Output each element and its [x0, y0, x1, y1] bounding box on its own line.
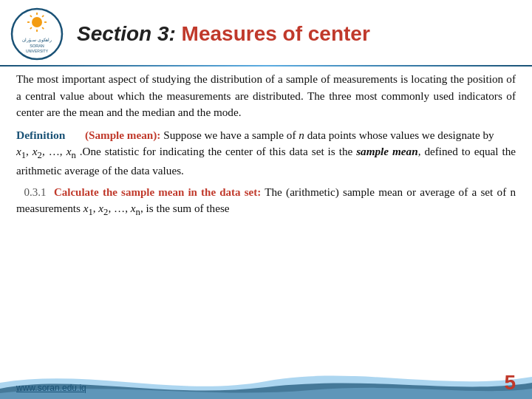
- footer: www.soran.edu.iq 5: [0, 361, 532, 399]
- example-paragraph: 0.3.1 Calculate the sample mean in the d…: [16, 184, 516, 219]
- page-title: Section 3: Measures of center: [77, 22, 370, 46]
- definition-text3: .One statistic for indicating the center…: [80, 145, 357, 157]
- main-content: The most important aspect of studying th…: [0, 69, 532, 219]
- header: راهکوی سـۆران SORAN UNIVERSITY Section 3…: [0, 0, 532, 65]
- definition-label: Definition: [16, 129, 65, 141]
- definition-text2: data points whose values we designate by: [307, 129, 494, 141]
- comma2: , …,: [42, 145, 66, 157]
- example-text2: is the sum of these: [146, 202, 229, 214]
- svg-text:راهکوی سـۆران: راهکوی سـۆران: [22, 38, 52, 43]
- ecomma3: ,: [140, 202, 143, 214]
- footer-link[interactable]: www.soran.edu.iq: [16, 383, 86, 393]
- intro-text: The most important aspect of studying th…: [16, 72, 516, 118]
- header-divider: [0, 65, 532, 66]
- ecomma2: , …,: [108, 202, 130, 214]
- sample-mean-label: (Sample mean):: [85, 129, 161, 141]
- svg-point-2: [32, 17, 42, 27]
- comma1: ,: [26, 145, 33, 157]
- definition-text1: Suppose we have a sample of: [163, 129, 299, 141]
- definition-paragraph: Definition (Sample mean): Suppose we hav…: [16, 127, 516, 180]
- evar-xn: x: [131, 202, 136, 214]
- intro-paragraph: The most important aspect of studying th…: [16, 71, 516, 121]
- svg-text:UNIVERSITY: UNIVERSITY: [26, 49, 49, 53]
- logo: راهکوی سـۆران SORAN UNIVERSITY: [10, 7, 64, 61]
- variable-n: n: [299, 129, 304, 141]
- svg-text:SORAN: SORAN: [30, 44, 44, 48]
- sample-mean-term: sample mean: [356, 145, 417, 157]
- example-label: Calculate the sample mean in the data se…: [54, 186, 261, 198]
- variable-list: x: [16, 145, 21, 157]
- title-topic: Measures of center: [182, 22, 370, 45]
- example-number: 0.3.1: [24, 186, 46, 198]
- var-x2: x: [33, 145, 38, 157]
- subn: n: [71, 150, 75, 160]
- page-number: 5: [504, 371, 516, 395]
- title-section: Section 3:: [77, 22, 176, 45]
